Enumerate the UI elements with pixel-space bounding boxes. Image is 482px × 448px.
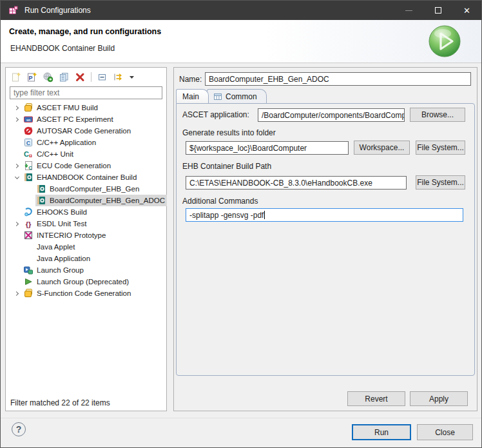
- tree-item-label: ASCET PC Experiment: [37, 115, 113, 123]
- ascet-application-label: ASCET application:: [182, 110, 258, 119]
- header-subtitle: EHANDBOOK Container Build: [10, 44, 115, 53]
- run-configurations-icon: [8, 5, 19, 16]
- name-field[interactable]: BoardComputer_EHB_Gen_ADOC: [205, 72, 471, 86]
- file-system-button-2[interactable]: File System...: [416, 175, 465, 190]
- tree-item-label: BoardComputer_EHB_Gen_ADOC: [50, 197, 165, 204]
- launch-config-tree: ASCET FMU Build sn ASCET PC Experiment A…: [6, 102, 166, 299]
- tree-item-label: ASCET FMU Build: [37, 104, 98, 112]
- run-button[interactable]: Run: [352, 424, 411, 440]
- run-configurations-dialog: Run Configurations ✕ Create, manage, and…: [0, 0, 482, 448]
- svg-text:C: C: [28, 165, 32, 171]
- tree-item-label: Java Application: [37, 255, 90, 262]
- tab-main[interactable]: Main: [176, 89, 209, 103]
- tree-item-c-cpp-unit[interactable]: C ü C/C++ Unit: [6, 148, 166, 160]
- chevron-right-icon[interactable]: [14, 163, 18, 168]
- tree-item-label: C/C++ Application: [37, 139, 96, 146]
- close-icon: ✕: [463, 6, 470, 15]
- tree-item-label: C/C++ Unit: [37, 150, 73, 158]
- tab-strip: Main Common: [176, 89, 267, 103]
- tree-item-ecu-code-generation[interactable]: C ECU Code Generation: [6, 160, 166, 171]
- tree-item-java-application[interactable]: Java Application: [6, 253, 166, 264]
- chevron-right-icon[interactable]: [14, 221, 18, 226]
- additional-commands-field[interactable]: -splitapp -gensvg -pdf: [186, 208, 463, 222]
- s-function-icon: [23, 288, 34, 298]
- tree-item-ehooks-build[interactable]: EHOOKS Build: [6, 206, 166, 218]
- delete-launch-configuration-icon[interactable]: [75, 72, 86, 83]
- tree-filter-input[interactable]: [10, 86, 162, 99]
- browse-button[interactable]: Browse...: [410, 108, 465, 122]
- ehb-build-path-field[interactable]: C:\ETAS\EHANDBOOK-CB_8.3.0\eHandbookCB.e…: [186, 176, 407, 190]
- chevron-down-icon[interactable]: [14, 174, 19, 179]
- close-dialog-button[interactable]: Close: [417, 424, 473, 440]
- tree-item-launch-group[interactable]: Launch Group: [6, 264, 166, 276]
- title-bar: Run Configurations ✕: [1, 1, 481, 20]
- minimize-button[interactable]: [394, 1, 423, 20]
- file-system-button[interactable]: File System...: [416, 141, 465, 155]
- tree-item-boardcomputer-ehb-gen[interactable]: BoardComputer_EHB_Gen: [6, 183, 166, 195]
- ehandbook-icon: [23, 172, 34, 182]
- tree-item-boardcomputer-ehb-gen-adoc[interactable]: BoardComputer_EHB_Gen_ADOC: [6, 195, 166, 206]
- autosar-icon: [23, 126, 34, 136]
- new-launch-prototype-icon[interactable]: P: [26, 72, 37, 83]
- tree-item-c-cpp-application[interactable]: C C/C++ Application: [6, 137, 166, 148]
- workspace-button[interactable]: Workspace...: [354, 141, 410, 155]
- tree-item-intecrio-prototype[interactable]: INTECRIO Prototype: [6, 229, 166, 241]
- minimize-icon: [405, 10, 412, 11]
- tab-common[interactable]: Common: [207, 89, 267, 103]
- ehb-build-path-label: EHB Container Build Path: [182, 162, 271, 171]
- chevron-right-icon[interactable]: [14, 117, 18, 121]
- generate-results-label: Generate results into folder: [182, 128, 276, 137]
- collapse-all-icon[interactable]: [97, 72, 108, 83]
- new-launch-configuration-icon[interactable]: [10, 72, 21, 83]
- footer-separator: [1, 418, 481, 418]
- help-button[interactable]: ?: [12, 422, 26, 436]
- ascet-pc-experiment-icon: sn: [23, 114, 34, 124]
- tree-item-esdl-unit-test[interactable]: {} ESDL Unit Test: [6, 218, 166, 229]
- tree-item-java-applet[interactable]: Java Applet: [6, 241, 166, 253]
- tree-item-s-function-code-generation[interactable]: S-Function Code Generation: [6, 287, 166, 299]
- tree-item-label: S-Function Code Generation: [37, 289, 131, 297]
- intecrio-icon: [23, 230, 34, 240]
- close-button[interactable]: ✕: [452, 1, 481, 20]
- c-application-icon: C: [23, 137, 34, 148]
- esdl-icon: {}: [23, 219, 34, 229]
- tree-item-label: INTECRIO Prototype: [37, 231, 106, 239]
- window-title: Run Configurations: [24, 6, 91, 15]
- svg-text:ü: ü: [29, 153, 32, 159]
- tab-label: Main: [182, 92, 199, 101]
- results-folder-field[interactable]: ${workspace_loc}\BoardComputer: [186, 141, 349, 155]
- tree-item-ascet-pc-experiment[interactable]: sn ASCET PC Experiment: [6, 113, 166, 125]
- toolbar-separator: [91, 72, 92, 82]
- launch-config-tree-panel: P: [5, 67, 167, 411]
- ehandbook-icon: [36, 195, 46, 206]
- ascet-application-field[interactable]: /BoardComputer/components/BoardComput: [258, 108, 405, 122]
- name-label: Name:: [179, 75, 205, 84]
- revert-button[interactable]: Revert: [347, 391, 405, 406]
- apply-button[interactable]: Apply: [410, 391, 468, 406]
- dialog-header: Create, manage, and run configurations E…: [1, 20, 481, 63]
- maximize-button[interactable]: [423, 1, 452, 20]
- filter-launch-configurations-icon[interactable]: [113, 72, 124, 83]
- tree-item-launch-group-deprecated[interactable]: Launch Group (Deprecated): [6, 276, 166, 287]
- svg-text:C: C: [24, 150, 29, 158]
- selected-tree-item[interactable]: BoardComputer_EHB_Gen_ADOC: [35, 195, 167, 206]
- results-folder-value: ${workspace_loc}\BoardComputer: [189, 144, 307, 153]
- main-tab-content: ASCET application: /BoardComputer/compon…: [176, 103, 475, 376]
- tree-item-label: Launch Group: [37, 266, 84, 274]
- tree-item-ascet-fmu-build[interactable]: ASCET FMU Build: [6, 102, 166, 113]
- export-launch-configurations-icon[interactable]: [43, 72, 53, 83]
- launch-group-deprecated-icon: [23, 277, 34, 287]
- duplicate-launch-configuration-icon[interactable]: [59, 72, 70, 83]
- tree-item-autosar-code-generation[interactable]: AUTOSAR Code Generation: [6, 125, 166, 137]
- tree-toolbar: P: [6, 68, 166, 84]
- view-menu-icon[interactable]: [129, 74, 135, 80]
- launch-group-icon: [23, 265, 34, 275]
- chevron-right-icon[interactable]: [14, 105, 18, 110]
- tree-item-ehandbook-container-build[interactable]: EHANDBOOK Container Build: [6, 171, 166, 183]
- ascet-fmu-icon: [23, 102, 34, 113]
- svg-text:sn: sn: [26, 118, 31, 122]
- additional-commands-value: -splitapp -gensvg -pdf: [189, 211, 264, 220]
- chevron-right-icon[interactable]: [14, 291, 18, 295]
- ecu-code-generation-icon: C: [23, 161, 34, 171]
- header-title: Create, manage, and run configurations: [9, 27, 161, 36]
